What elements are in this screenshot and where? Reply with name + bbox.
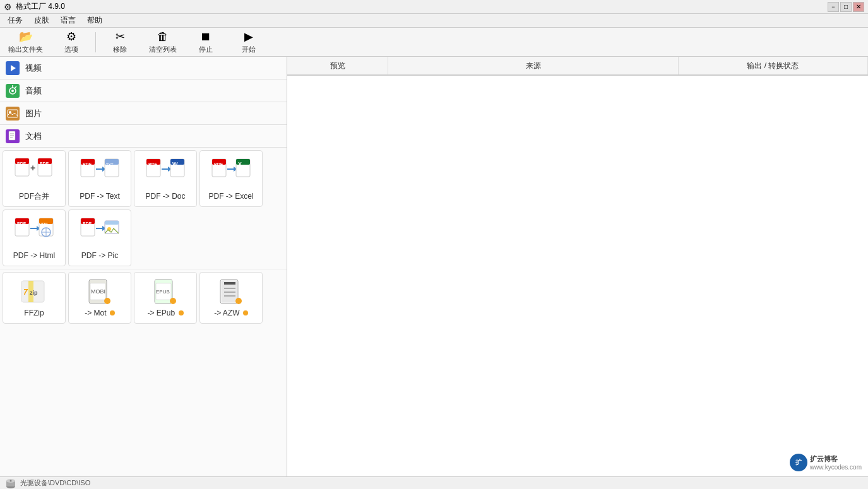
watermark-url: www.kycodes.com [810,464,862,471]
audio-icon [5,83,20,98]
format-epub[interactable]: EPUB -> EPub [134,272,197,324]
pdf-text-icon: PDF TXT [80,156,120,189]
toolbar-btn-start[interactable]: ▶开始 [229,30,269,55]
format-grid: PDF + PDF PDF合并 [0,148,287,269]
menu-item-任务[interactable]: 任务 [3,14,28,27]
app-icon: ⚙ [4,2,12,12]
svg-text:PDF: PDF [83,221,92,226]
azw-badge [243,310,248,315]
ffzip-label: FFZip [24,309,44,317]
title-bar: ⚙ 格式工厂 4.9.0 － □ ✕ [0,0,868,14]
pdf-doc-label: PDF -> Doc [145,192,185,201]
category-doc[interactable]: 文档 [0,125,287,148]
title-bar-controls[interactable]: － □ ✕ [828,2,864,12]
svg-point-83 [235,298,242,304]
maximize-button[interactable]: □ [840,2,852,12]
pdf-merge-label: PDF合并 [19,191,49,202]
epub-label: -> EPub [147,309,183,317]
svg-text:HTML: HTML [39,222,49,226]
svg-text:PDF: PDF [148,162,158,167]
svg-text:EPUB: EPUB [156,289,170,295]
format-pdf-excel[interactable]: PDF X PDF -> Excel [199,150,263,207]
table-body [287,76,868,476]
mobi-badge [110,310,115,315]
start-icon: ▶ [244,30,253,44]
category-audio-label: 音频 [25,85,42,97]
azw-icon [215,278,247,306]
category-video[interactable]: 视频 [0,57,287,80]
title-text: 格式工厂 4.9.0 [16,1,65,12]
svg-point-76 [170,298,176,304]
toolbar-divider [95,32,96,52]
format-pdf-text[interactable]: PDF TXT PDF -> Text [68,150,131,207]
table-header: 预览 来源 输出 / 转换状态 [287,57,868,76]
svg-text:PDF: PDF [17,221,27,226]
svg-text:MOBI: MOBI [91,288,105,295]
svg-text:PDF: PDF [214,162,223,167]
pdf-html-label: PDF -> Html [13,251,55,260]
category-audio[interactable]: 音频 [0,80,287,102]
drive-icon [5,478,16,489]
left-panel: 视频 音频 [0,57,287,476]
svg-text:PDF: PDF [40,162,49,166]
svg-point-87 [10,480,12,481]
main-layout: 视频 音频 [0,57,868,476]
svg-text:W: W [172,161,178,167]
format-pdf-merge[interactable]: PDF + PDF PDF合并 [3,150,66,207]
toolbar-btn-stop[interactable]: ⏹停止 [186,30,226,55]
clear-list-icon: 🗑 [157,30,169,44]
toolbar-btn-output-folder[interactable]: 📂输出文件夹 [3,30,49,55]
menu-item-语言[interactable]: 语言 [56,14,81,27]
svg-text:PDF: PDF [17,162,27,166]
format-pdf-html[interactable]: PDF HTML PDF -> Html [3,209,66,266]
toolbar-btn-remove[interactable]: ✂移除 [100,30,140,55]
toolbar-btn-options[interactable]: ⚙选项 [51,30,92,55]
output-folder-icon: 📂 [19,30,33,44]
menu-item-皮肤[interactable]: 皮肤 [29,14,54,27]
doc-icon [5,129,20,144]
status-left: 光驱设备\DVD\CD\ISO [5,478,90,489]
menu-item-帮助[interactable]: 帮助 [82,14,107,27]
svg-text:+: + [30,163,35,173]
small-format-row: 7 zip FFZip MOBI -> Mot [0,269,287,326]
options-label: 选项 [64,45,78,54]
ffzip-icon: 7 zip [18,278,51,306]
pdf-doc-icon: PDF W [145,156,186,189]
category-video-label: 视频 [25,62,42,74]
svg-text:TXT: TXT [106,163,114,167]
menu-bar: 任务皮肤语言帮助 [0,14,868,28]
watermark: 扩 扩云博客 www.kycodes.com [790,454,862,471]
right-panel: 预览 来源 输出 / 转换状态 [287,57,868,476]
start-label: 开始 [242,45,256,54]
th-preview: 预览 [287,57,388,74]
options-icon: ⚙ [66,30,76,44]
watermark-logo: 扩 [790,454,807,471]
remove-label: 移除 [113,45,127,54]
mobi-label: -> Mot [85,309,115,317]
format-pdf-doc[interactable]: PDF W PDF -> Doc [134,150,197,207]
pdf-text-label: PDF -> Text [80,192,119,201]
format-pdf-pic[interactable]: PDF PDF -> Pic [68,209,131,266]
category-image[interactable]: 图片 [0,102,287,125]
image-icon [5,106,20,121]
drive-label: 光驱设备\DVD\CD\ISO [20,478,90,488]
pdf-excel-label: PDF -> Excel [208,192,253,201]
close-button[interactable]: ✕ [853,2,864,12]
toolbar-btn-clear-list[interactable]: 🗑清空列表 [143,30,183,55]
format-azw[interactable]: -> AZW [199,272,263,324]
pdf-merge-icon: PDF + PDF [14,156,54,189]
format-ffzip[interactable]: 7 zip FFZip [3,272,66,324]
output-folder-label: 输出文件夹 [8,45,43,54]
stop-label: 停止 [199,45,213,54]
svg-text:PDF: PDF [83,162,92,167]
pdf-pic-label: PDF -> Pic [81,251,118,260]
format-mobi[interactable]: MOBI -> Mot [68,272,131,324]
epub-badge [179,310,184,315]
watermark-text: 扩云博客 www.kycodes.com [810,454,862,471]
th-output: 输出 / 转换状态 [679,57,868,74]
remove-icon: ✂ [116,30,125,44]
clear-list-label: 清空列表 [149,45,177,54]
svg-text:zip: zip [30,290,38,296]
minimize-button[interactable]: － [828,2,839,12]
svg-rect-63 [105,221,119,225]
